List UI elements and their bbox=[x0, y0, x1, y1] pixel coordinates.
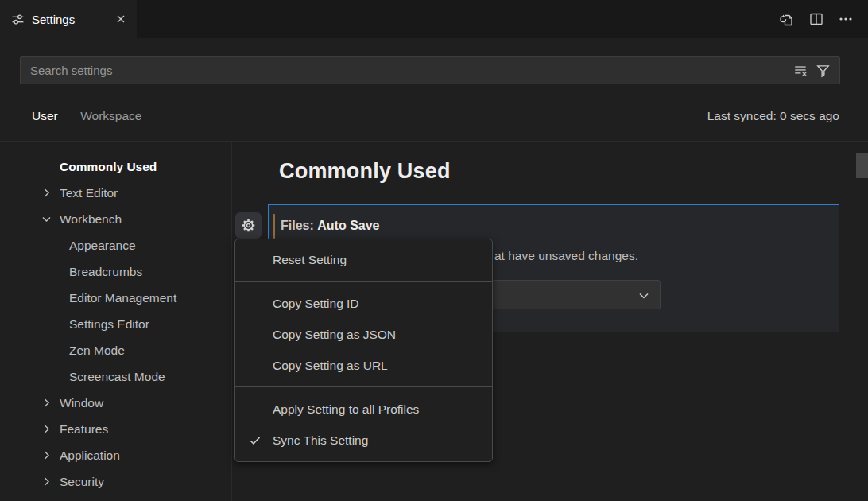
menu-item-apply-setting-to-all-profiles[interactable]: Apply Setting to all Profiles bbox=[235, 394, 492, 425]
checkmark-icon bbox=[249, 434, 273, 447]
open-settings-json-icon[interactable] bbox=[778, 11, 795, 28]
toc-item-commonly-used[interactable]: Commonly Used bbox=[0, 153, 231, 180]
vscode-settings-editor: Settings bbox=[0, 0, 868, 501]
menu-item-copy-setting-as-url[interactable]: Copy Setting as URL bbox=[235, 350, 492, 381]
setting-description: at have unsaved changes. bbox=[494, 249, 638, 263]
toc-item-window[interactable]: Window bbox=[0, 390, 231, 416]
toc-item-zen-mode[interactable]: Zen Mode bbox=[0, 337, 231, 363]
toc-label: Window bbox=[60, 396, 103, 410]
menu-item-label: Sync This Setting bbox=[273, 433, 368, 448]
toc-item-screencast-mode[interactable]: Screencast Mode bbox=[0, 363, 231, 390]
toc-label: Appearance bbox=[69, 239, 136, 253]
toc-item-text-editor[interactable]: Text Editor bbox=[0, 180, 231, 206]
menu-item-label: Copy Setting as URL bbox=[273, 359, 388, 373]
chevron-right-icon bbox=[40, 422, 53, 436]
settings-search bbox=[20, 56, 840, 84]
toc-item-settings-editor[interactable]: Settings Editor bbox=[0, 311, 231, 337]
chevron-down-icon bbox=[40, 212, 53, 226]
toc-item-features[interactable]: Features bbox=[0, 416, 231, 442]
toc-label: Workbench bbox=[60, 212, 122, 227]
menu-item-copy-setting-id[interactable]: Copy Setting ID bbox=[235, 288, 492, 319]
editor-actions bbox=[778, 0, 854, 38]
chevron-down-icon bbox=[637, 289, 651, 303]
menu-item-copy-setting-as-json[interactable]: Copy Setting as JSON bbox=[235, 319, 492, 350]
menu-item-reset-setting[interactable]: Reset Setting bbox=[235, 244, 492, 275]
setting-title: Files: Auto Save bbox=[281, 219, 380, 233]
clear-search-icon[interactable] bbox=[793, 63, 808, 78]
toc-label: Commonly Used bbox=[60, 160, 157, 174]
last-synced-status: Last synced: 0 secs ago bbox=[707, 109, 839, 123]
setting-context-menu: Reset Setting Copy Setting ID Copy Setti… bbox=[234, 239, 493, 462]
scrollbar-thumb[interactable] bbox=[856, 153, 868, 178]
menu-item-label: Copy Setting as JSON bbox=[273, 328, 396, 342]
menu-item-sync-this-setting[interactable]: Sync This Setting bbox=[235, 425, 492, 456]
filter-icon[interactable] bbox=[816, 63, 831, 78]
toc-resize-sash[interactable] bbox=[231, 142, 232, 501]
menu-divider bbox=[235, 386, 492, 387]
menu-divider bbox=[235, 281, 492, 282]
toc-label: Application bbox=[60, 449, 120, 463]
toc-item-application[interactable]: Application bbox=[0, 442, 231, 468]
toc-label: Text Editor bbox=[60, 186, 118, 200]
editor-tab-bar: Settings bbox=[0, 0, 868, 38]
page-title: Commonly Used bbox=[279, 159, 451, 184]
menu-item-label: Copy Setting ID bbox=[273, 297, 359, 311]
toc-label: Features bbox=[60, 422, 108, 437]
chevron-right-icon bbox=[40, 396, 53, 410]
toc-label: Settings Editor bbox=[69, 317, 149, 332]
chevron-right-icon bbox=[40, 449, 53, 462]
tab-user[interactable]: User bbox=[22, 102, 68, 134]
menu-item-label: Apply Setting to all Profiles bbox=[273, 402, 419, 417]
toc-label: Security bbox=[60, 475, 104, 489]
toc-label: Zen Mode bbox=[69, 344, 125, 358]
toc-label: Screencast Mode bbox=[69, 370, 165, 384]
tab-workspace[interactable]: Workspace bbox=[71, 102, 151, 134]
settings-sliders-icon bbox=[11, 13, 25, 26]
search-input[interactable] bbox=[20, 56, 840, 84]
toc-item-workbench[interactable]: Workbench bbox=[0, 206, 231, 232]
toc-label: Editor Management bbox=[69, 291, 176, 305]
toc-item-appearance[interactable]: Appearance bbox=[0, 232, 231, 258]
menu-item-label: Reset Setting bbox=[273, 253, 347, 267]
chevron-right-icon bbox=[40, 475, 53, 488]
setting-gear-button[interactable] bbox=[235, 212, 262, 239]
toc-item-editor-management[interactable]: Editor Management bbox=[0, 285, 231, 311]
toc-label: Breadcrumbs bbox=[69, 265, 142, 279]
toc-item-breadcrumbs[interactable]: Breadcrumbs bbox=[0, 258, 231, 285]
chevron-right-icon bbox=[40, 186, 53, 200]
close-icon[interactable] bbox=[114, 13, 127, 25]
toc-item-security[interactable]: Security bbox=[0, 468, 231, 495]
more-actions-icon[interactable] bbox=[838, 11, 854, 27]
tab-title: Settings bbox=[32, 13, 75, 26]
setting-category: Files: bbox=[281, 219, 314, 232]
tab-settings[interactable]: Settings bbox=[0, 0, 137, 38]
split-editor-icon[interactable] bbox=[808, 11, 824, 27]
setting-name: Auto Save bbox=[317, 219, 379, 232]
settings-toc: Commonly Used Text Editor Workbench Appe… bbox=[0, 142, 231, 501]
gear-icon bbox=[240, 217, 257, 234]
modified-indicator bbox=[273, 214, 275, 239]
